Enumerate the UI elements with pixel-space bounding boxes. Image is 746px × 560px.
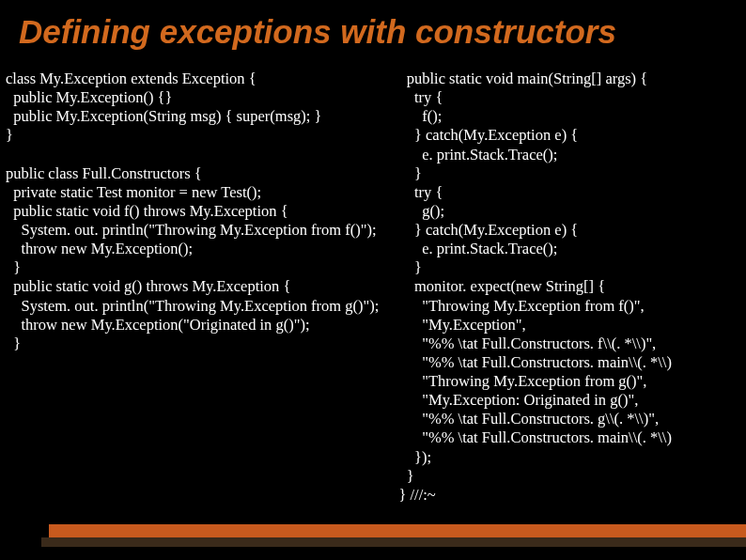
code-column-right: public static void main(String[] args) {… <box>398 70 746 505</box>
code-column-left: class My.Exception extends Exception { p… <box>0 70 398 505</box>
slide: Defining exceptions with constructors cl… <box>0 0 746 560</box>
slide-title: Defining exceptions with constructors <box>0 0 746 51</box>
footer-bar-dark <box>41 537 746 547</box>
footer-decoration <box>0 519 746 547</box>
code-block-left: class My.Exception extends Exception { p… <box>6 70 398 353</box>
code-block-right: public static void main(String[] args) {… <box>398 70 746 505</box>
slide-content: class My.Exception extends Exception { p… <box>0 51 746 505</box>
